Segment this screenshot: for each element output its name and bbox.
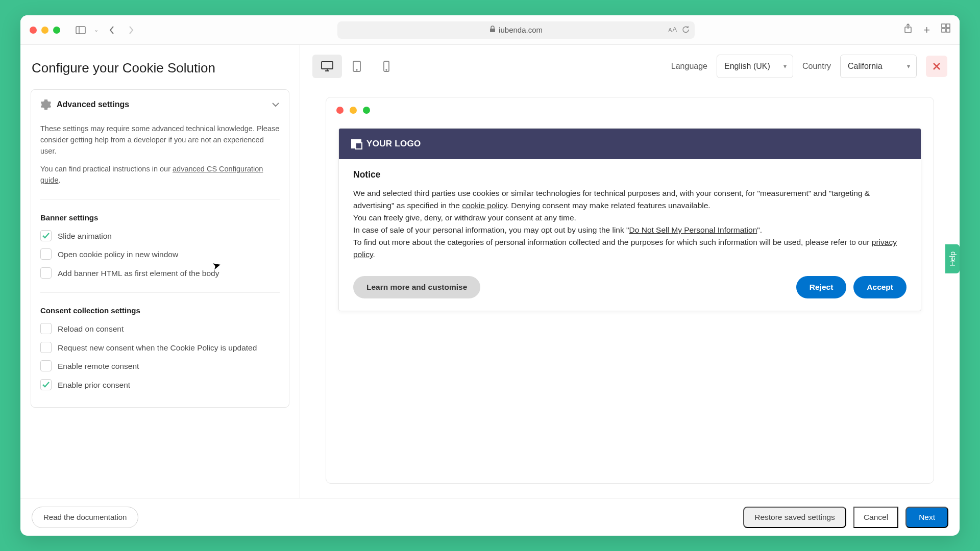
- language-select[interactable]: English (UK) ▾: [717, 55, 793, 78]
- url-host: iubenda.com: [499, 26, 543, 34]
- enable-prior-consent-checkbox[interactable]: Enable prior consent: [40, 379, 280, 391]
- window-close-icon[interactable]: [30, 27, 37, 34]
- help-tab[interactable]: Help: [945, 244, 960, 273]
- restore-settings-button[interactable]: Restore saved settings: [743, 507, 846, 528]
- window-controls: [30, 27, 60, 34]
- svg-rect-8: [946, 29, 950, 32]
- checkbox-icon: [40, 230, 52, 241]
- checkbox-icon: [40, 267, 52, 279]
- request-new-consent-checkbox[interactable]: Request new consent when the Cookie Poli…: [40, 342, 280, 354]
- device-mobile-button[interactable]: [372, 55, 401, 78]
- checkbox-label: Reload on consent: [58, 323, 124, 335]
- read-docs-button[interactable]: Read the documentation: [32, 507, 138, 528]
- accept-button[interactable]: Accept: [853, 276, 906, 298]
- next-button[interactable]: Next: [905, 507, 948, 528]
- banner-logo: YOUR LOGO: [339, 129, 921, 159]
- gear-icon: [40, 99, 52, 110]
- svg-point-15: [386, 69, 387, 70]
- advanced-guide-text: You can find practical instructions in o…: [40, 164, 280, 186]
- tabs-icon[interactable]: [941, 23, 950, 37]
- reject-button[interactable]: Reject: [796, 276, 847, 298]
- checkbox-icon: [40, 360, 52, 371]
- close-preview-button[interactable]: [926, 56, 947, 77]
- reader-icon[interactable]: ᴀA: [668, 26, 677, 35]
- checkbox-icon: [40, 248, 52, 260]
- svg-rect-2: [490, 29, 495, 32]
- open-new-window-checkbox[interactable]: Open cookie policy in new window: [40, 248, 280, 260]
- checkbox-label: Request new consent when the Cookie Poli…: [58, 342, 257, 354]
- chevron-down-icon: ▾: [907, 63, 910, 70]
- checkbox-icon: [40, 323, 52, 334]
- preview-dot-yellow-icon: [350, 107, 357, 114]
- learn-more-button[interactable]: Learn more and customise: [353, 276, 480, 298]
- svg-rect-7: [942, 29, 945, 32]
- address-bar[interactable]: iubenda.com ᴀA: [337, 21, 695, 39]
- device-tablet-button[interactable]: [342, 55, 372, 78]
- lock-icon: [489, 26, 496, 34]
- banner-settings-title: Banner settings: [40, 213, 280, 222]
- do-not-sell-link[interactable]: Do Not Sell My Personal Information: [629, 226, 757, 234]
- new-tab-icon[interactable]: +: [923, 23, 930, 37]
- checkbox-icon: [40, 342, 52, 353]
- checkbox-label: Add banner HTML as first element of the …: [58, 267, 219, 279]
- svg-point-13: [356, 69, 357, 70]
- browser-chrome: ⌄ iubenda.com ᴀA: [20, 15, 960, 45]
- preview-dot-green-icon: [363, 107, 370, 114]
- notice-title: Notice: [353, 169, 906, 180]
- preview-panel: Language English (UK) ▾ Country Californ…: [300, 45, 960, 498]
- device-desktop-button[interactable]: [312, 55, 342, 78]
- checkbox-label: Enable prior consent: [58, 379, 130, 391]
- logo-icon: [351, 139, 361, 148]
- cookie-policy-link[interactable]: cookie policy: [462, 201, 507, 210]
- chevron-down-icon[interactable]: ⌄: [94, 27, 99, 33]
- svg-rect-6: [946, 24, 950, 28]
- slide-animation-checkbox[interactable]: Slide animation: [40, 230, 280, 242]
- advanced-settings-title: Advanced settings: [57, 100, 266, 109]
- reload-on-consent-checkbox[interactable]: Reload on consent: [40, 323, 280, 335]
- footer: Read the documentation Restore saved set…: [20, 498, 960, 536]
- preview-browser: YOUR LOGO Notice We and selected third p…: [326, 97, 934, 484]
- share-icon[interactable]: [904, 23, 912, 37]
- chevron-down-icon: [272, 100, 280, 109]
- add-banner-html-checkbox[interactable]: Add banner HTML as first element of the …: [40, 267, 280, 279]
- window-minimize-icon[interactable]: [41, 27, 48, 34]
- forward-button[interactable]: [125, 24, 137, 36]
- language-label: Language: [671, 62, 707, 71]
- svg-rect-5: [942, 24, 945, 28]
- sidebar-toggle-icon[interactable]: [75, 24, 87, 36]
- page-title: Configure your Cookie Solution: [20, 45, 300, 89]
- checkbox-label: Slide animation: [58, 230, 112, 242]
- advanced-settings-toggle[interactable]: Advanced settings: [40, 99, 280, 110]
- preview-dot-red-icon: [336, 107, 344, 114]
- consent-settings-title: Consent collection settings: [40, 306, 280, 315]
- advanced-desc: These settings may require some advanced…: [40, 123, 280, 157]
- reload-icon[interactable]: [682, 26, 690, 35]
- settings-panel: Configure your Cookie Solution Advanced …: [20, 45, 300, 498]
- checkbox-label: Open cookie policy in new window: [58, 248, 178, 260]
- country-select[interactable]: California ▾: [840, 55, 917, 78]
- checkbox-label: Enable remote consent: [58, 360, 139, 372]
- window-zoom-icon[interactable]: [53, 27, 60, 34]
- notice-text: We and selected third parties use cookie…: [353, 187, 906, 261]
- checkbox-icon: [40, 379, 52, 390]
- enable-remote-consent-checkbox[interactable]: Enable remote consent: [40, 360, 280, 372]
- svg-rect-0: [76, 27, 85, 34]
- cancel-button[interactable]: Cancel: [853, 507, 898, 528]
- country-label: Country: [802, 62, 831, 71]
- chevron-down-icon: ▾: [783, 63, 787, 70]
- back-button[interactable]: [106, 24, 118, 36]
- svg-rect-9: [322, 62, 333, 69]
- cookie-banner: YOUR LOGO Notice We and selected third p…: [338, 128, 921, 311]
